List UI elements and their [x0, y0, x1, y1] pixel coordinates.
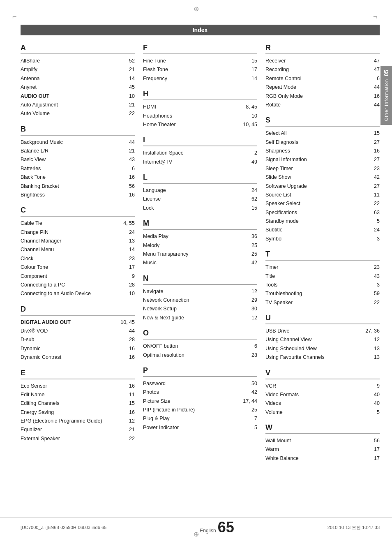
entry-name: ON/OFF button: [143, 342, 178, 350]
section-letter-a: A: [21, 44, 135, 54]
entry-page: 12: [251, 288, 257, 296]
entry-name: License: [143, 195, 161, 203]
list-item: Home Theater10, 45: [143, 120, 257, 129]
section-letter-l: L: [143, 173, 257, 184]
entry-name: DIGITAL AUDIO OUT: [21, 319, 71, 326]
list-item: Lock15: [143, 204, 257, 213]
entry-page: 14: [129, 75, 135, 83]
list-item: Troubleshooting59: [265, 289, 380, 298]
list-item: Power Indicator5: [143, 423, 257, 432]
list-item: Batteries6: [21, 164, 135, 173]
list-item: Anynet+45: [21, 83, 135, 92]
section-letter-p: P: [143, 366, 257, 377]
entry-name: Change PIN: [21, 229, 48, 236]
entry-name: Clock: [21, 255, 33, 263]
list-item: Auto Volume22: [21, 109, 135, 118]
entry-name: Eco Sensor: [21, 382, 47, 390]
list-item: Amplify21: [21, 65, 135, 74]
page: ⌐ ⌐ ⊕ 05 Other Information Index AAllSha…: [0, 0, 392, 543]
section-letter-t: T: [265, 250, 380, 261]
section-letter-r: R: [265, 44, 380, 54]
entry-page: 3: [377, 235, 380, 243]
entry-page: 13: [129, 237, 135, 245]
entry-page: 44: [374, 101, 380, 109]
list-item: Fine Tune15: [143, 57, 257, 65]
entry-name: White Balance: [265, 455, 299, 462]
entry-page: 10: [129, 290, 135, 298]
entry-page: 22: [129, 435, 135, 443]
entry-name: Background Music: [21, 139, 63, 146]
list-item: Network Setup30: [143, 305, 257, 313]
list-item: Cable Tie4, 55: [21, 219, 135, 228]
entry-name: Frequency: [143, 75, 167, 83]
index-col-1: AAllShare52Amplify21Antenna14Anynet+45AU…: [21, 44, 135, 443]
list-item: Standby mode5: [265, 217, 380, 226]
entry-name: Energy Saving: [21, 409, 54, 416]
list-item: Energy Saving16: [21, 408, 135, 417]
entry-page: 23: [374, 165, 380, 173]
entry-name: AUDIO OUT: [21, 92, 49, 100]
entry-name: Channel Menu: [21, 246, 54, 254]
list-item: Edit Name11: [21, 390, 135, 399]
entry-name: Power Indicator: [143, 424, 179, 432]
entry-page: 45: [129, 83, 135, 91]
entry-name: Lock: [143, 204, 154, 212]
entry-page: 42: [251, 388, 257, 396]
list-item: Wall Mount56: [265, 437, 380, 445]
entry-name: Installation Space: [143, 149, 184, 157]
list-item: Dynamic Contrast16: [21, 353, 135, 362]
entry-page: 21: [129, 66, 135, 74]
list-item: Component9: [21, 272, 135, 281]
entry-name: Photos: [143, 388, 159, 396]
entry-name: Home Theater: [143, 121, 176, 129]
entry-name: Volume: [265, 409, 283, 416]
list-item: License62: [143, 195, 257, 203]
entry-name: Language: [143, 187, 166, 194]
footer-english-word: English: [200, 528, 216, 534]
entry-name: Connecting to a PC: [21, 281, 65, 289]
entry-name: Password: [143, 380, 166, 388]
entry-name: Subtitle: [265, 226, 283, 234]
entry-name: D-sub: [21, 336, 34, 344]
list-item: Repeat Mode44: [265, 83, 380, 92]
list-item: Equalizer21: [21, 425, 135, 434]
entry-page: 22: [374, 200, 380, 208]
entry-name: Music: [143, 259, 157, 267]
entry-page: 17: [374, 446, 380, 453]
entry-page: 3: [377, 281, 380, 289]
entry-page: 24: [374, 226, 380, 234]
list-item: Software Upgrade27: [265, 182, 380, 191]
section-letter-v: V: [265, 369, 380, 379]
list-item: Channel Menu14: [21, 245, 135, 254]
entry-page: 5: [254, 424, 257, 432]
list-item: Source List11: [265, 191, 380, 199]
list-item: DIGITAL AUDIO OUT10, 45: [21, 318, 135, 327]
entry-name: TV Speaker: [265, 299, 293, 307]
list-item: Dynamic16: [21, 344, 135, 353]
footer-page-number: 65: [218, 520, 234, 535]
entry-page: 28: [129, 336, 135, 344]
entry-page: 16: [129, 354, 135, 361]
entry-name: Network Connection: [143, 296, 189, 304]
list-item: Connecting to a PC28: [21, 281, 135, 289]
entry-name: Tools: [265, 281, 277, 289]
footer-date: 2010-10-13 오전 10:47:33: [327, 525, 380, 531]
entry-name: Black Tone: [21, 173, 46, 181]
entry-page: 47: [374, 66, 380, 74]
center-top-mark: ⊕: [194, 5, 199, 13]
entry-name: Menu Transparency: [143, 250, 188, 258]
list-item: Receiver47: [265, 57, 380, 65]
entry-page: 27: [374, 156, 380, 164]
entry-name: Using Channel View: [265, 336, 311, 344]
entry-page: 21: [129, 426, 135, 434]
list-item: Recording47: [265, 65, 380, 74]
entry-name: Videos: [265, 400, 281, 407]
list-item: VCR9: [265, 382, 380, 390]
entry-page: 25: [251, 250, 257, 258]
section-letter-b: B: [21, 125, 135, 136]
list-item: Specifications63: [265, 208, 380, 217]
list-item: Sleep Timer23: [265, 164, 380, 173]
footer-file: [UC7000_ZT]BN68-02590H-06L03.indb 65: [21, 525, 106, 530]
footer-language: English 65: [200, 520, 234, 535]
entry-page: 13: [374, 354, 380, 361]
